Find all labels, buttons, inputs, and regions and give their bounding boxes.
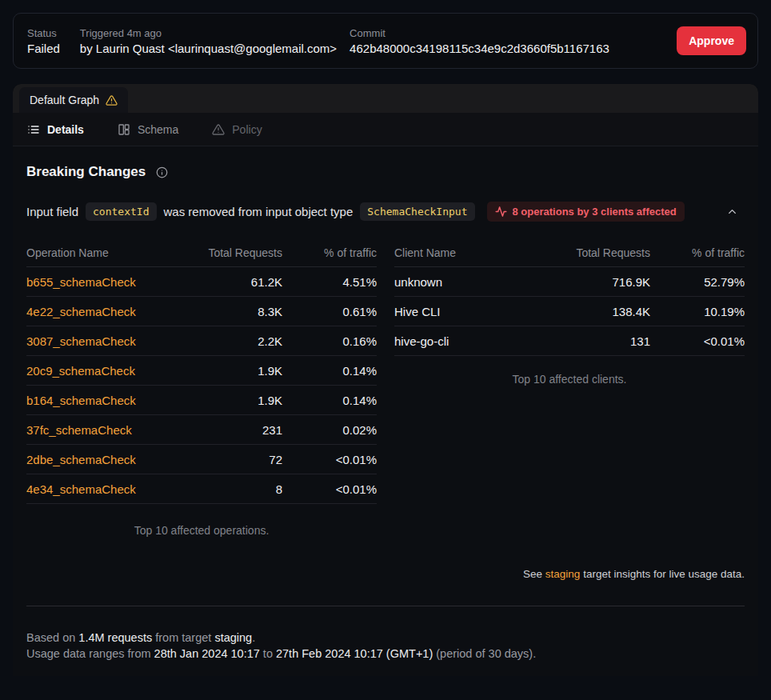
requests-value: 131 [534,334,650,348]
details-content: Breaking Changes Input field contextId w… [13,146,758,676]
graph-tab-label: Default Graph [30,94,99,106]
usage-range-end: 27th Feb 2024 10:17 (GMT+1) [276,647,433,660]
triangle-alert-icon [212,123,225,136]
table-row: 2dbe_schemaCheck 72 <0.01% [26,445,377,474]
requests-value: 72 [166,453,282,466]
usage-target-name: staging [214,631,252,644]
client-name: Hive CLI [394,305,534,318]
usage-summary-line1: Based on 1.4M requests from target stagi… [26,630,745,646]
usage-text: Based on [26,631,78,644]
usage-summary-line2: Usage data ranges from 28th Jan 2024 10:… [26,646,745,662]
operation-link[interactable]: 3087_schemaCheck [26,334,136,348]
tab-policy[interactable]: Policy [212,123,262,136]
activity-icon [495,206,507,218]
insights-note: See staging target insights for live usa… [26,568,745,580]
table-row: b164_schemaCheck 1.9K 0.14% [26,386,377,415]
tab-details[interactable]: Details [27,123,84,136]
check-toolbar: Details Schema Policy [13,113,758,146]
tab-details-label: Details [47,123,84,136]
usage-text: from target [152,631,214,644]
table-row: b655_schemaCheck 61.2K 4.51% [26,267,377,297]
warning-icon [106,94,118,106]
usage-text: . [252,631,255,644]
clients-table: Client Name Total Requests % of traffic … [394,239,745,537]
tab-default-graph[interactable]: Default Graph [19,87,128,113]
usage-summary: Based on 1.4M requests from target stagi… [26,630,745,662]
traffic-value: 0.02% [282,423,377,437]
table-row: unknown 716.9K 52.79% [394,267,745,297]
operations-table: Operation Name Total Requests % of traff… [26,239,377,537]
insights-note-post: target insights for live usage data. [580,568,745,580]
staging-target-link[interactable]: staging [545,568,581,580]
table-row: 3087_schemaCheck 2.2K 0.16% [26,326,377,356]
traffic-value: 0.61% [282,305,377,318]
col-operation-name: Operation Name [26,246,166,259]
operation-link[interactable]: 2dbe_schemaCheck [26,453,136,466]
list-icon [27,123,40,136]
footer-divider [26,606,745,606]
operation-link[interactable]: b164_schemaCheck [26,394,136,407]
affected-tables: Operation Name Total Requests % of traff… [26,239,745,537]
operation-link[interactable]: 20c9_schemaCheck [26,364,135,378]
table-row: hive-go-cli 131 <0.01% [394,326,745,356]
traffic-value: <0.01% [282,453,377,466]
usage-text: (period of 30 days). [433,647,536,660]
approve-button[interactable]: Approve [677,26,746,55]
table-row: 20c9_schemaCheck 1.9K 0.14% [26,356,377,386]
requests-value: 716.9K [534,275,650,289]
traffic-value: 0.14% [282,364,377,378]
table-row: 4e22_schemaCheck 8.3K 0.61% [26,297,377,326]
commit-group: Commit 462b48000c34198115c34e9c2d3660f5b… [350,27,609,55]
requests-value: 2.2K [166,334,282,348]
col-client-name: Client Name [394,246,534,259]
usage-request-count: 1.4M requests [78,631,152,644]
type-code-badge: SchemaCheckInput [360,202,474,221]
table-row: 4e34_schemaCheck 8 <0.01% [26,474,377,504]
clients-caption: Top 10 affected clients. [394,373,745,386]
operation-link[interactable]: 37fc_schemaCheck [26,423,132,437]
info-icon[interactable] [156,166,168,178]
requests-value: 231 [166,423,282,437]
tab-schema-label: Schema [138,123,178,136]
col-traffic: % of traffic [282,246,377,259]
col-total-requests: Total Requests [534,246,650,259]
change-prefix: Input field [26,205,78,218]
operations-table-header: Operation Name Total Requests % of traff… [26,239,377,267]
usage-text: to [260,647,276,660]
operation-link[interactable]: 4e34_schemaCheck [26,482,136,496]
operation-link[interactable]: 4e22_schemaCheck [26,305,136,318]
change-middle: was removed from input object type [164,205,354,218]
operations-caption: Top 10 affected operations. [26,524,377,537]
traffic-value: <0.01% [650,334,745,348]
client-name: hive-go-cli [394,334,534,348]
client-name: unknown [394,275,534,289]
status-group: Status Failed [27,27,60,55]
requests-value: 8 [166,482,282,496]
commit-label: Commit [350,27,609,39]
insights-note-pre: See [523,568,545,580]
clients-table-header: Client Name Total Requests % of traffic [394,239,745,267]
operation-link[interactable]: b655_schemaCheck [26,275,136,289]
traffic-value: <0.01% [282,482,377,496]
breaking-change-row[interactable]: Input field contextId was removed from i… [26,202,745,222]
columns-icon [118,123,130,136]
traffic-value: 4.51% [282,275,377,289]
check-summary-card: Status Failed Triggered 4m ago by Laurin… [13,13,758,69]
requests-value: 61.2K [166,275,282,289]
chevron-up-icon[interactable] [726,206,738,218]
status-label: Status [27,27,60,39]
impact-badge[interactable]: 8 operations by 3 clients affected [487,202,685,222]
schema-check-panel: Default Graph Details [13,84,758,676]
triggered-author: by Laurin Quast <laurinquast@googlemail.… [80,42,337,55]
triggered-label: Triggered 4m ago [80,27,337,39]
usage-text: Usage data ranges from [26,647,154,660]
table-row: Hive CLI 138.4K 10.19% [394,297,745,326]
requests-value: 8.3K [166,305,282,318]
requests-value: 1.9K [166,394,282,407]
tab-schema[interactable]: Schema [118,123,178,136]
traffic-value: 0.14% [282,394,377,407]
col-traffic: % of traffic [650,246,745,259]
field-code-badge: contextId [86,202,156,221]
impact-badge-label: 8 operations by 3 clients affected [513,206,677,218]
traffic-value: 0.16% [282,334,377,348]
